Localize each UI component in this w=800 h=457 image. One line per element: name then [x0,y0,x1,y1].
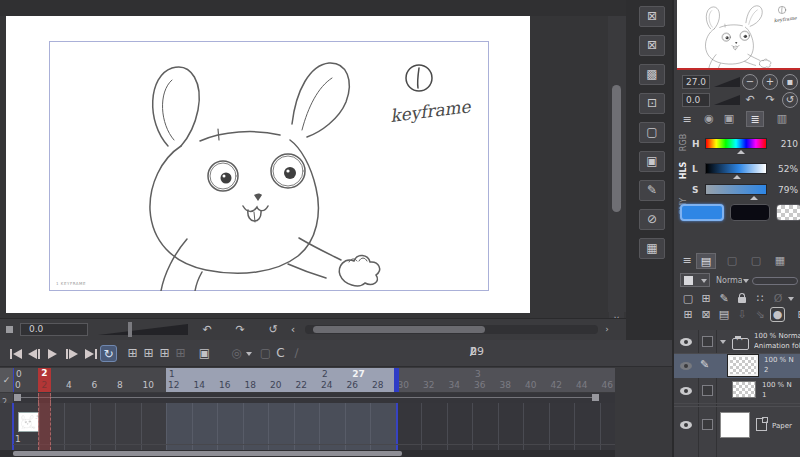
timeline-cel-thumbnail[interactable] [18,412,39,432]
frame-number[interactable]: 28 [372,380,383,390]
zoom-out-button[interactable]: − [742,74,758,90]
canvas-hscroll-thumb[interactable] [313,326,485,333]
timeline-cel-label[interactable]: 1 [15,434,21,444]
frame-number[interactable]: 40 [525,380,536,390]
collapse-left-icon[interactable]: ‹ [288,322,298,337]
new-animation-cel-button[interactable]: ⊞ [124,345,141,362]
new-cel-button[interactable]: ⊞ [140,345,157,362]
frame-number[interactable]: 12 [168,380,179,390]
folder-x-bold-icon[interactable]: ⊠ [639,35,665,56]
draft-layer-icon[interactable]: ✎ [716,291,732,307]
color-wheel-tab-icon[interactable]: ◉ [700,111,718,127]
canvas-document[interactable]: 1 KEYFRAME [6,16,530,313]
play-button[interactable] [44,346,61,361]
frame-number[interactable]: 20 [270,380,281,390]
canvas-scroll-right-button[interactable]: › [600,323,614,336]
frame-number[interactable]: 24 [321,380,332,390]
rotate-cw-icon[interactable]: ↷ [231,322,249,337]
h-slider[interactable] [705,138,767,149]
navigator-preview[interactable] [677,0,800,68]
second-label[interactable]: 2 [322,369,328,379]
second-label[interactable]: 1 [169,369,175,379]
transparent-color-swatch[interactable] [776,204,800,221]
canvas-vscroll-thumb[interactable] [612,85,621,212]
new-layer-folder-icon[interactable]: ▤ [716,307,732,323]
go-to-start-button[interactable] [7,346,24,361]
slider-marker[interactable] [733,175,741,179]
second-label[interactable]: 3 [475,369,481,379]
folder-circle-x-icon[interactable]: ⊘ [639,209,665,230]
create-layer-mask-icon[interactable]: ● [770,307,785,322]
new-raster-layer-icon[interactable]: ⊞ [680,307,696,323]
frame-number[interactable]: 0 [15,380,21,390]
s-slider[interactable] [705,184,767,195]
canvas-viewport[interactable]: 1 KEYFRAME ∨ 0.0 ↶ ↷ ↺ ‹ › [0,0,626,340]
navigator-zoom-field[interactable]: 27.0 [682,75,710,89]
reset-rotation-icon[interactable]: ↺ [264,322,282,337]
timeline-track-area[interactable]: 1 [0,403,615,450]
tab-layer-palette[interactable]: ▤ [696,253,716,269]
layer-row-animation-folder[interactable]: 100 % Normal Animation folder [674,330,800,354]
canvas-page[interactable]: 1 KEYFRAME [49,41,489,291]
zoom-in-button[interactable]: + [762,74,778,90]
new-vector-layer-icon[interactable]: ⊠ [698,307,714,323]
frame-number[interactable]: 26 [347,380,358,390]
navigator-zoom-slider[interactable] [714,77,740,87]
frame-number[interactable]: 46 [602,380,613,390]
navigator-reset-rotation-button[interactable]: ↺ [782,92,798,108]
l-slider[interactable] [705,163,767,174]
visibility-eye-icon[interactable] [680,338,692,346]
navigator-rotation-field[interactable]: 0.0 [682,93,710,107]
next-frame-button[interactable] [63,346,80,361]
navigator-rotate-ccw-icon[interactable]: ↶ [742,92,758,108]
frame-number[interactable]: 6 [92,380,98,390]
layer-thumbnail[interactable] [728,355,758,376]
layer-row-cel-1[interactable]: 100 % N 1 [674,378,800,404]
folder-window-icon[interactable]: ⊡ [639,93,665,114]
layer-panel-menu-icon[interactable]: ≡ [680,253,694,269]
loop-play-button[interactable]: ↻ [100,345,117,362]
timeline-ruler[interactable]: 0468101214161820222426283032343638404244… [0,368,615,392]
folder-image-icon[interactable]: ▣ [639,151,665,172]
visibility-eye-icon[interactable] [680,387,692,395]
onion-skin-chevron-icon[interactable] [246,352,252,356]
folder-pattern-icon[interactable]: ▩ [639,64,665,85]
keyframe-chevron-icon[interactable] [788,297,794,301]
canvas-rotation-field[interactable]: 0.0 [20,323,88,336]
layer-checkbox[interactable] [702,385,713,396]
frame-number[interactable]: 32 [423,380,434,390]
layer-row-cel-2[interactable]: ✎ 100 % N 2 [674,354,800,378]
frame-number[interactable]: 4 [66,380,72,390]
tab-layer-property[interactable]: ▢ [722,253,742,269]
playback-end-marker[interactable] [394,368,399,392]
frame-number[interactable]: 34 [449,380,460,390]
line-correct-button[interactable]: ∕ [288,345,305,362]
frame-number[interactable]: 38 [500,380,511,390]
timeline-check-cell[interactable]: ✓ [0,368,13,392]
frame-number[interactable]: 16 [219,380,230,390]
visibility-eye-icon[interactable] [680,362,692,370]
rotation-reset-icon[interactable] [6,326,13,333]
blend-mode-chevron-icon[interactable] [743,279,749,283]
playhead-marker[interactable]: 22 [38,368,51,392]
layer-row-paper[interactable]: Paper [674,406,800,444]
clip-to-layer-below-icon[interactable]: ▢ [680,291,696,307]
layer-thumbnail[interactable] [732,381,756,398]
playhead-track-column[interactable] [38,403,51,450]
color-slider-tab-icon[interactable]: ≣ [746,111,764,127]
reference-layer-icon[interactable]: ⊞ [698,291,714,307]
visibility-eye-icon[interactable] [680,421,692,429]
blend-mode-select[interactable]: Normal [716,276,742,285]
primary-color-swatch[interactable] [680,204,724,221]
folder-arrows-icon[interactable]: ▢ [639,122,665,143]
color-set-tab-icon[interactable]: ▥ [773,111,791,127]
prev-frame-button[interactable] [25,346,42,361]
frame-number[interactable]: 10 [143,380,154,390]
frame-number[interactable]: 14 [194,380,205,390]
folder-x-icon[interactable]: ⊠ [639,6,665,27]
delete-cel-button[interactable]: ⊞ [172,345,189,362]
range-start-handle[interactable] [14,394,21,401]
rotate-ccw-icon[interactable]: ↶ [198,322,216,337]
lock-layer-icon[interactable] [738,297,746,303]
second-label[interactable]: 0 [16,369,22,379]
